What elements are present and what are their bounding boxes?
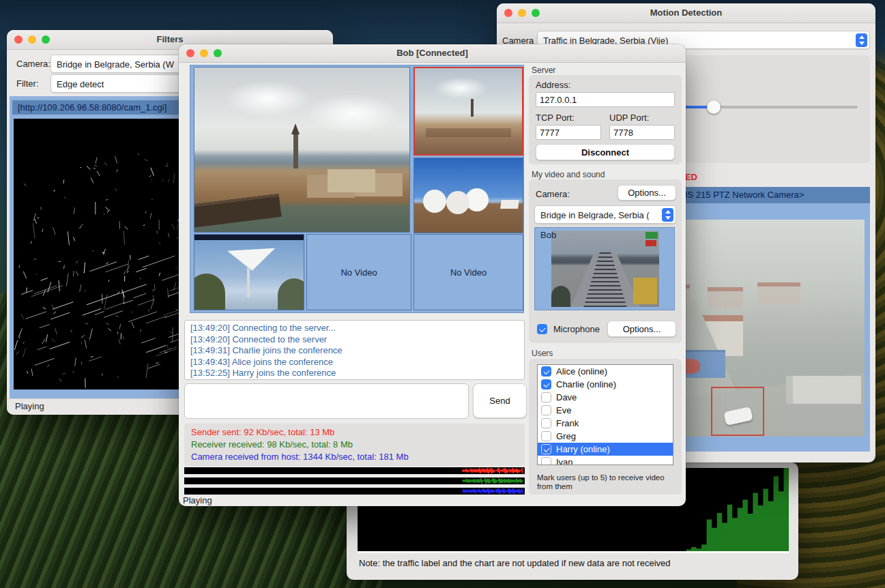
radio-dish-shape <box>227 248 275 271</box>
my-video-panel: Options... Camera: Bridge in Belgrade, S… <box>529 179 682 343</box>
user-row[interactable]: Frank <box>538 417 673 430</box>
cloud-shape <box>306 94 401 134</box>
waveform-red <box>462 467 523 474</box>
chat-line: [13:49:20] Connecting to the server... <box>190 323 519 334</box>
my-video-group-label: My video and sound <box>532 170 605 179</box>
chart-note: Note: the traffic label and the chart ar… <box>359 558 671 568</box>
close-button[interactable] <box>504 9 512 17</box>
chat-line: [13:49:31] Charlie joins the conference <box>190 345 519 357</box>
close-button[interactable] <box>186 49 194 57</box>
users-panel: Alice (online)Charlie (online)DaveEveFra… <box>529 359 682 495</box>
user-checkbox[interactable] <box>541 366 551 377</box>
tree-shape <box>194 274 225 310</box>
user-checkbox[interactable] <box>541 457 551 465</box>
window-controls <box>186 49 222 57</box>
user-row[interactable]: Dave <box>538 391 673 404</box>
remote-video-feed-1[interactable] <box>414 67 523 156</box>
user-name: Charlie (online) <box>556 379 616 389</box>
user-checkbox[interactable] <box>541 379 551 389</box>
user-row[interactable]: Greg <box>538 430 673 443</box>
microphone-checkbox[interactable] <box>537 324 547 334</box>
user-name: Greg <box>556 431 576 441</box>
minimize-button[interactable] <box>200 49 208 57</box>
camera-select-value: Traffic in Belgrade, Serbia (Vije) <box>543 35 853 45</box>
window-controls <box>14 35 50 44</box>
buildings-shape <box>328 169 375 192</box>
user-row[interactable]: Charlie (online) <box>538 378 673 391</box>
send-button[interactable]: Send <box>473 383 527 418</box>
video-options-button[interactable]: Options... <box>618 185 676 201</box>
user-row[interactable]: Alice (online) <box>538 365 673 378</box>
waveform-green <box>462 477 523 484</box>
status-playing: Playing <box>183 495 212 505</box>
church-spire-shape <box>471 99 474 117</box>
logo-badge <box>645 240 656 246</box>
rooftops-shape <box>426 128 512 137</box>
audio-level-bar-received <box>184 477 525 484</box>
camera-stat: Camera received from host: 1344 Kb/sec, … <box>191 451 518 463</box>
remote-video-feed-2[interactable] <box>414 158 523 233</box>
message-input[interactable] <box>184 383 469 419</box>
stepper-icon[interactable] <box>662 208 673 222</box>
sensitivity-slider-thumb[interactable] <box>707 100 721 114</box>
user-checkbox[interactable] <box>541 444 551 454</box>
disconnect-button[interactable]: Disconnect <box>536 144 675 160</box>
preview-user-name: Bob <box>540 230 556 240</box>
user-checkbox[interactable] <box>541 418 551 428</box>
traffic-stats: Sender sent: 92 Kb/sec, total: 13 Mb Rec… <box>184 424 525 466</box>
server-panel: Address: TCP Port: UDP Port: Disconnect <box>529 75 682 164</box>
stepper-icon[interactable] <box>856 33 867 47</box>
user-name: Ivan <box>556 457 573 465</box>
audio-level-bar-camera <box>184 488 525 495</box>
timestamp-bar-shape <box>194 235 304 240</box>
observatory-domes-shape <box>423 190 446 213</box>
self-video-preview[interactable]: Bob <box>534 227 675 310</box>
window-title: Motion Detection <box>538 8 835 18</box>
user-checkbox[interactable] <box>541 405 551 415</box>
receiver-stat: Receiver received: 98 Kb/sec, total: 8 M… <box>191 439 518 451</box>
bob-titlebar[interactable]: Bob [Connected] <box>179 44 686 63</box>
desktop: Note: the traffic label and the chart ar… <box>0 0 885 588</box>
users-hint: Mark users (up to 5) to receive video fr… <box>537 473 673 491</box>
user-name: Alice (online) <box>556 366 607 377</box>
my-camera-select[interactable]: Bridge in Belgrade, Serbia ( <box>534 205 676 224</box>
user-name: Harry (online) <box>556 444 610 454</box>
main-video-feed[interactable] <box>194 67 410 233</box>
user-row[interactable]: Ivan <box>538 456 673 465</box>
waveform-blue <box>462 488 523 495</box>
yellow-building-shape <box>633 278 657 304</box>
remote-video-feed-3[interactable] <box>194 234 304 310</box>
chat-line: [13:52:25] Harry joins the conference <box>190 368 519 379</box>
chat-line: [13:49:20] Connected to the server <box>190 334 519 346</box>
tree-shape <box>551 286 570 307</box>
church-spire-shape <box>293 133 298 168</box>
user-checkbox[interactable] <box>541 431 551 441</box>
close-button[interactable] <box>14 35 23 44</box>
observatory-shed-shape <box>500 200 519 209</box>
video-grid: No Video No Video <box>190 65 524 313</box>
minimize-button[interactable] <box>518 9 526 17</box>
users-list[interactable]: Alice (online)Charlie (online)DaveEveFra… <box>537 364 673 465</box>
bob-conference-window: Bob [Connected] <box>179 44 686 506</box>
conference-log[interactable]: [13:49:20] Connecting to the server...[1… <box>184 320 525 380</box>
server-group-label: Server <box>532 65 555 75</box>
udp-port-input[interactable] <box>609 125 675 140</box>
user-row[interactable]: Eve <box>538 404 673 417</box>
window-controls <box>504 9 540 17</box>
tcp-port-input[interactable] <box>536 125 601 140</box>
user-name: Dave <box>556 392 577 402</box>
mic-options-button[interactable]: Options... <box>607 321 676 337</box>
preview-video-feed <box>551 231 659 307</box>
my-camera-select-value: Bridge in Belgrade, Serbia ( <box>540 209 659 220</box>
window-title: Bob [Connected] <box>220 48 645 58</box>
motion-titlebar[interactable]: Motion Detection <box>497 3 875 23</box>
no-video-label: No Video <box>450 267 487 278</box>
address-input[interactable] <box>536 92 675 107</box>
empty-video-slot[interactable]: No Video <box>414 234 523 310</box>
empty-video-slot[interactable]: No Video <box>306 234 411 310</box>
sender-stat: Sender sent: 92 Kb/sec, total: 13 Mb <box>191 426 518 439</box>
user-checkbox[interactable] <box>541 392 551 402</box>
udp-port-label: UDP Port: <box>609 113 649 123</box>
minimize-button[interactable] <box>28 35 36 44</box>
user-row[interactable]: Harry (online) <box>538 443 673 456</box>
